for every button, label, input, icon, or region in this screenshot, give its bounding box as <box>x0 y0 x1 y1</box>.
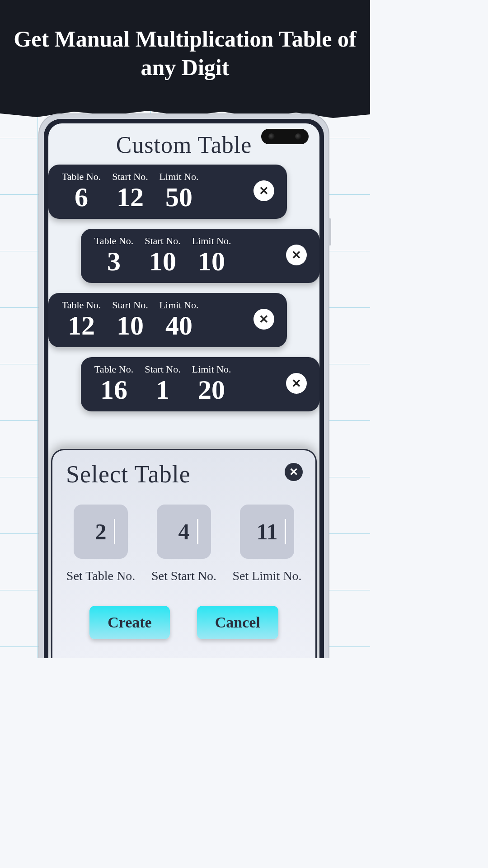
start-no-input-value: 4 <box>178 519 190 545</box>
delete-card-button[interactable]: ✕ <box>286 245 307 265</box>
limit-no-input-label: Set Limit No. <box>232 569 301 583</box>
table-card: Table No. 3 Start No. 10 Limit No. 10 ✕ <box>81 229 319 283</box>
table-no-value: 16 <box>100 376 127 403</box>
limit-no-input-value: 11 <box>256 519 277 545</box>
start-no-value: 12 <box>117 184 144 211</box>
cancel-button[interactable]: Cancel <box>197 606 278 639</box>
limit-no-label: Limit No. <box>192 235 231 247</box>
start-no-label: Start No. <box>112 299 148 311</box>
start-no-value: 10 <box>117 312 144 339</box>
table-no-label: Table No. <box>94 363 133 375</box>
sheet-title: Select Table <box>66 460 302 488</box>
limit-no-input[interactable]: 11 <box>240 505 294 559</box>
app-screen: Custom Table Table No. 6 Start No. 12 Li… <box>48 123 319 658</box>
limit-no-value: 20 <box>198 376 225 403</box>
close-icon: ✕ <box>289 466 298 478</box>
limit-no-value: 50 <box>165 184 192 211</box>
start-no-input[interactable]: 4 <box>157 505 211 559</box>
start-no-input-label: Set Start No. <box>151 569 216 583</box>
close-icon: ✕ <box>259 312 269 326</box>
start-no-value: 10 <box>149 248 176 275</box>
table-card: Table No. 12 Start No. 10 Limit No. 40 ✕ <box>48 293 287 347</box>
delete-card-button[interactable]: ✕ <box>253 180 274 201</box>
table-no-value: 12 <box>68 312 95 339</box>
start-no-label: Start No. <box>145 363 180 375</box>
table-no-value: 3 <box>107 248 121 275</box>
limit-no-label: Limit No. <box>160 299 199 311</box>
start-no-label: Start No. <box>112 171 148 183</box>
create-button[interactable]: Create <box>89 606 170 639</box>
headline-text: Get Manual Multiplication Table of any D… <box>0 0 370 81</box>
close-sheet-button[interactable]: ✕ <box>285 463 303 481</box>
table-no-input-value: 2 <box>95 519 107 545</box>
table-no-input[interactable]: 2 <box>74 505 128 559</box>
limit-no-label: Limit No. <box>160 171 199 183</box>
table-cards-list: Table No. 6 Start No. 12 Limit No. 50 ✕ … <box>48 165 319 411</box>
delete-card-button[interactable]: ✕ <box>286 373 307 394</box>
limit-no-label: Limit No. <box>192 363 231 375</box>
start-no-value: 1 <box>156 376 169 403</box>
limit-no-value: 10 <box>198 248 225 275</box>
table-no-label: Table No. <box>94 235 133 247</box>
close-icon: ✕ <box>291 248 301 262</box>
promo-banner: Get Manual Multiplication Table of any D… <box>0 0 370 111</box>
table-no-label: Table No. <box>62 299 101 311</box>
table-card: Table No. 6 Start No. 12 Limit No. 50 ✕ <box>48 165 287 219</box>
limit-no-value: 40 <box>165 312 192 339</box>
select-table-sheet: Select Table ✕ 2 Set Table No. 4 Set Sta… <box>51 449 317 658</box>
camera-notch <box>261 129 309 144</box>
table-no-value: 6 <box>75 184 88 211</box>
table-no-input-label: Set Table No. <box>66 569 135 583</box>
close-icon: ✕ <box>259 184 269 198</box>
close-icon: ✕ <box>291 377 301 391</box>
phone-frame: Custom Table Table No. 6 Start No. 12 Li… <box>39 114 328 658</box>
delete-card-button[interactable]: ✕ <box>253 309 274 330</box>
table-no-label: Table No. <box>62 171 101 183</box>
start-no-label: Start No. <box>145 235 180 247</box>
table-card: Table No. 16 Start No. 1 Limit No. 20 ✕ <box>81 357 319 411</box>
phone-side-button <box>328 218 331 245</box>
